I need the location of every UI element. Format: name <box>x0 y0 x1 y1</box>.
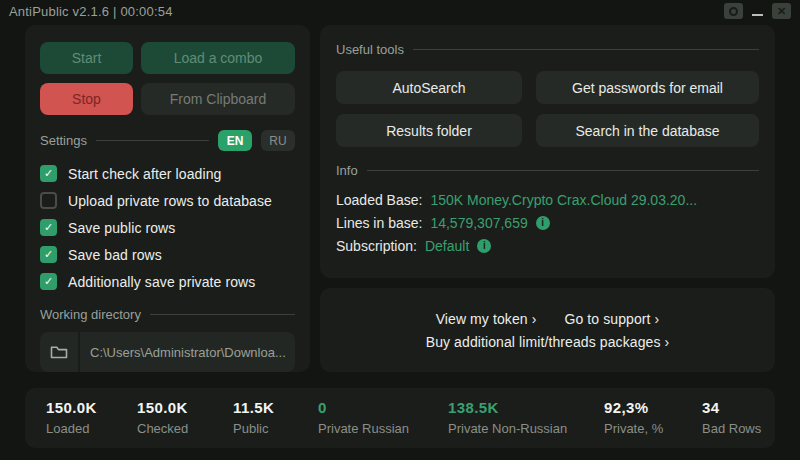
subscription-value: Default <box>425 238 469 254</box>
window-circle-button[interactable] <box>724 3 743 19</box>
checkbox[interactable]: ✓ <box>40 165 57 182</box>
checkbox-label[interactable]: Start check after loading <box>68 166 221 182</box>
action-buttons: Start Load a combo Stop From Clipboard <box>40 25 295 115</box>
settings-label: Settings <box>40 133 87 148</box>
stat-label: Private, % <box>604 421 663 436</box>
stat-private-percent: 92,3% Private, % <box>604 399 663 436</box>
links-panel: View my token › Go to support › Buy addi… <box>320 288 775 372</box>
checkbox-label[interactable]: Save public rows <box>68 220 175 236</box>
working-directory-path[interactable]: C:\Users\Administrator\Downloa... <box>80 345 286 360</box>
buy-packages-link[interactable]: Buy additional limit/threads packages › <box>426 334 670 350</box>
checkbox-row-upload-private[interactable]: ✓ Upload private rows to database <box>40 191 295 210</box>
close-button[interactable]: ✕ <box>772 3 791 19</box>
loaded-base-value: 150K Money.Crypto Crax.Cloud 29.03.20... <box>430 192 697 208</box>
close-icon: ✕ <box>777 6 786 17</box>
stat-value: 34 <box>702 399 761 416</box>
checkbox-row-save-private[interactable]: ✓ Additionally save private rows <box>40 272 295 291</box>
info-label: Info <box>336 163 358 178</box>
lines-in-base-row: Lines in base: 14,579,307,659 i <box>336 214 759 231</box>
minimize-icon <box>752 14 763 16</box>
folder-icon <box>50 345 68 360</box>
checkbox-label[interactable]: Additionally save private rows <box>68 274 255 290</box>
checkbox-label[interactable]: Upload private rows to database <box>68 193 272 209</box>
go-to-support-link[interactable]: Go to support › <box>564 311 659 327</box>
lines-in-base-value: 14,579,307,659 <box>430 215 527 231</box>
stat-label: Public <box>233 421 274 436</box>
load-combo-button[interactable]: Load a combo <box>141 42 295 74</box>
checkbox-label[interactable]: Save bad rows <box>68 247 162 263</box>
start-button[interactable]: Start <box>40 42 133 74</box>
search-database-button[interactable]: Search in the database <box>536 114 759 147</box>
useful-tools-label: Useful tools <box>336 42 404 57</box>
info-tooltip-icon[interactable]: i <box>536 216 550 230</box>
divider-line <box>413 49 759 50</box>
stats-bar: 150.0K Loaded 150.0K Checked 11.5K Publi… <box>25 388 775 448</box>
settings-section-header: Settings EN RU <box>40 130 295 151</box>
loaded-base-row: Loaded Base: 150K Money.Crypto Crax.Clou… <box>336 191 759 208</box>
lines-in-base-key: Lines in base: <box>336 215 422 231</box>
language-en-button[interactable]: EN <box>218 130 252 151</box>
stat-loaded: 150.0K Loaded <box>46 399 97 436</box>
working-directory-header: Working directory <box>40 307 295 322</box>
results-folder-button[interactable]: Results folder <box>336 114 522 147</box>
stat-private-non-russian: 138.5K Private Non-Russian <box>448 399 567 436</box>
divider-line <box>150 314 295 315</box>
info-list: Loaded Base: 150K Money.Crypto Crax.Clou… <box>336 191 759 254</box>
language-ru-button[interactable]: RU <box>261 130 295 151</box>
checkbox[interactable]: ✓ <box>40 273 57 290</box>
stat-private-russian: 0 Private Russian <box>318 399 409 436</box>
tools-panel: Useful tools AutoSearch Get passwords fo… <box>320 25 775 278</box>
stat-value: 0 <box>318 399 409 416</box>
titlebar: AntiPublic v2.1.6 | 00:00:54 ✕ <box>0 0 800 22</box>
from-clipboard-button[interactable]: From Clipboard <box>141 83 295 115</box>
working-directory-field[interactable]: C:\Users\Administrator\Downloa... <box>40 332 295 372</box>
checkbox[interactable]: ✓ <box>40 192 57 209</box>
checkbox[interactable]: ✓ <box>40 219 57 236</box>
autosearch-button[interactable]: AutoSearch <box>336 71 522 104</box>
checkbox[interactable]: ✓ <box>40 246 57 263</box>
view-token-link[interactable]: View my token › <box>436 311 537 327</box>
stat-value: 150.0K <box>137 399 188 416</box>
stat-bad-rows: 34 Bad Rows <box>702 399 761 436</box>
stat-label: Private Non-Russian <box>448 421 567 436</box>
stat-value: 138.5K <box>448 399 567 416</box>
control-panel: Start Load a combo Stop From Clipboard S… <box>25 25 310 372</box>
stat-value: 92,3% <box>604 399 663 416</box>
links-row-bottom: Buy additional limit/threads packages › <box>426 334 670 350</box>
links-row-top: View my token › Go to support › <box>436 311 660 327</box>
checkbox-row-save-bad[interactable]: ✓ Save bad rows <box>40 245 295 264</box>
stat-checked: 150.0K Checked <box>137 399 188 436</box>
minimize-button[interactable] <box>750 3 765 19</box>
info-tooltip-icon[interactable]: i <box>477 239 491 253</box>
stat-label: Bad Rows <box>702 421 761 436</box>
stat-label: Private Russian <box>318 421 409 436</box>
stat-label: Loaded <box>46 421 97 436</box>
loaded-base-key: Loaded Base: <box>336 192 422 208</box>
stat-public: 11.5K Public <box>233 399 274 436</box>
subscription-key: Subscription: <box>336 238 417 254</box>
checkbox-row-start-check[interactable]: ✓ Start check after loading <box>40 164 295 183</box>
settings-checkbox-list: ✓ Start check after loading ✓ Upload pri… <box>40 164 295 291</box>
open-folder-button[interactable] <box>40 332 80 372</box>
window-title: AntiPublic v2.1.6 | 00:00:54 <box>9 4 173 19</box>
useful-tools-header: Useful tools <box>336 42 759 57</box>
subscription-row: Subscription: Default i <box>336 237 759 254</box>
circle-icon <box>729 7 738 16</box>
divider-line <box>96 140 209 141</box>
tool-buttons: AutoSearch Get passwords for email Resul… <box>336 71 759 147</box>
stat-value: 11.5K <box>233 399 274 416</box>
divider-line <box>367 170 759 171</box>
stat-label: Checked <box>137 421 188 436</box>
info-section-header: Info <box>336 163 759 178</box>
working-directory-label: Working directory <box>40 307 141 322</box>
window-controls: ✕ <box>724 3 791 19</box>
checkbox-row-save-public[interactable]: ✓ Save public rows <box>40 218 295 237</box>
stat-value: 150.0K <box>46 399 97 416</box>
stop-button[interactable]: Stop <box>40 83 133 115</box>
get-passwords-button[interactable]: Get passwords for email <box>536 71 759 104</box>
